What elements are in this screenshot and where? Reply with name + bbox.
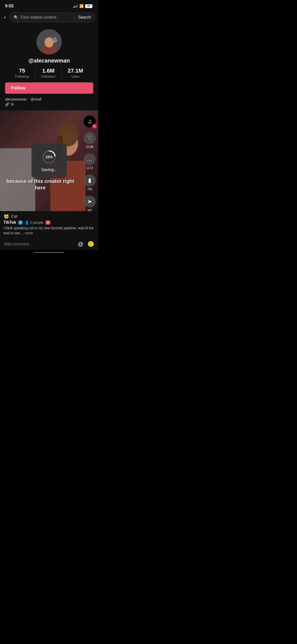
follow-plus-badge: + — [92, 124, 97, 128]
video-player[interactable]: 22% Saving... ♫ + ♡ 10.8K … 1172 ▮ 752 — [0, 110, 98, 211]
avatar-image — [37, 29, 62, 54]
emoji-icon[interactable]: 🙂 — [87, 241, 94, 247]
caption-text: because of this creator right here — [7, 178, 74, 190]
category-label: Cat — [11, 214, 17, 219]
bookmark-action[interactable]: ▮ 752 — [84, 174, 96, 191]
bookmark-count: 752 — [87, 187, 92, 191]
verified-badge: ✓ — [18, 220, 23, 225]
signal-icon — [73, 5, 78, 8]
bookmark-button[interactable]: ▮ — [84, 174, 96, 186]
bio-username: alecanewman @virali — [5, 97, 93, 101]
people-icon: 👤 — [25, 220, 29, 224]
like-count: 10.8K — [86, 145, 93, 149]
status-time: 9:02 — [5, 4, 14, 9]
comment-count: 1172 — [86, 166, 93, 170]
bottom-info: 🐱 Cat TikTok ✓ 👤 2 people P i think spea… — [0, 211, 98, 238]
profile-username: @alecanewman — [28, 57, 70, 64]
people-count: 👤 2 people — [25, 220, 44, 224]
category-icon: 🐱 — [4, 214, 9, 219]
category-row: 🐱 Cat — [4, 214, 95, 219]
like-action[interactable]: ♡ 10.8K — [84, 132, 96, 149]
profile-section: @alecanewman 75 Following 1.6M Followers… — [0, 25, 98, 110]
stat-likes[interactable]: 27.1M Likes — [62, 68, 89, 78]
tiktok-info-row: TikTok ✓ 👤 2 people P — [4, 220, 95, 225]
search-divider — [75, 15, 75, 20]
stat-followers[interactable]: 1.6M Followers — [35, 68, 62, 78]
comment-button[interactable]: … — [84, 153, 96, 165]
status-icons: 📶 37 — [73, 4, 93, 8]
people-count-text: 2 people — [30, 220, 44, 224]
avatar — [37, 29, 62, 54]
back-button[interactable]: ‹ — [3, 13, 7, 22]
comment-action[interactable]: … 1172 — [84, 153, 96, 170]
search-placeholder: Find related content — [21, 15, 72, 20]
stats-row: 75 Following 1.6M Followers 27.1M Likes — [5, 68, 93, 78]
at-mention-icon[interactable]: @ — [78, 241, 83, 247]
tiktok-logo-icon: ♫ — [87, 118, 92, 125]
video-description: i think speaking cat is my new favorite … — [4, 226, 95, 236]
tiktok-name: TikTok — [4, 220, 16, 225]
status-bar: 9:02 📶 37 — [0, 0, 98, 11]
saving-text: Saving... — [41, 168, 57, 172]
video-section[interactable]: 22% Saving... ♫ + ♡ 10.8K … 1172 ▮ 752 — [0, 110, 98, 211]
link-icon: 🔗 — [5, 102, 9, 106]
comment-placeholder: Add comment... — [4, 242, 32, 246]
more-link[interactable]: more — [25, 231, 33, 235]
following-label: Following — [15, 75, 29, 78]
battery-tip — [93, 5, 93, 7]
share-action[interactable]: ➤ 362 — [84, 196, 96, 211]
comment-input[interactable]: Add comment... — [4, 242, 75, 246]
saving-percent: 22% — [46, 155, 53, 159]
video-caption: because of this creator right here — [3, 178, 78, 191]
home-indicator — [0, 250, 98, 255]
creator-avatar-button[interactable]: ♫ + — [84, 115, 96, 127]
likes-label: Likes — [72, 75, 79, 78]
search-icon: 🔍 — [14, 15, 19, 20]
saving-overlay: 22% Saving... — [31, 143, 67, 178]
bio-link[interactable]: 🔗 ht — [5, 102, 93, 106]
following-count: 75 — [19, 68, 25, 74]
stat-following[interactable]: 75 Following — [9, 68, 35, 78]
action-buttons: ♫ + ♡ 10.8K … 1172 ▮ 752 ➤ 362 — [84, 115, 96, 211]
promo-badge: P — [46, 220, 50, 224]
followers-count: 1.6M — [42, 68, 54, 74]
comment-bar: Add comment... @ 🙂 — [0, 238, 98, 250]
battery-indicator: 37 — [85, 4, 93, 8]
share-count: 362 — [87, 209, 92, 211]
home-line — [34, 252, 64, 253]
search-bar-container: ‹ 🔍 Find related content Search — [0, 11, 98, 25]
search-input-wrapper[interactable]: 🔍 Find related content Search — [9, 13, 95, 22]
search-button[interactable]: Search — [78, 15, 91, 20]
comment-action-icons: @ 🙂 — [78, 241, 94, 247]
wifi-icon: 📶 — [79, 4, 84, 8]
followers-label: Followers — [41, 75, 55, 78]
share-button[interactable]: ➤ — [84, 196, 96, 208]
likes-count: 27.1M — [68, 68, 83, 74]
follow-button[interactable]: Follow — [5, 82, 93, 94]
like-button[interactable]: ♡ — [84, 132, 96, 144]
bio-section: alecanewman @virali 🔗 ht — [5, 97, 93, 106]
saving-progress-ring: 22% — [42, 149, 57, 165]
description-text: i think speaking cat is my new favorite … — [4, 226, 94, 235]
svg-point-2 — [45, 37, 54, 47]
battery-level: 37 — [85, 4, 92, 8]
